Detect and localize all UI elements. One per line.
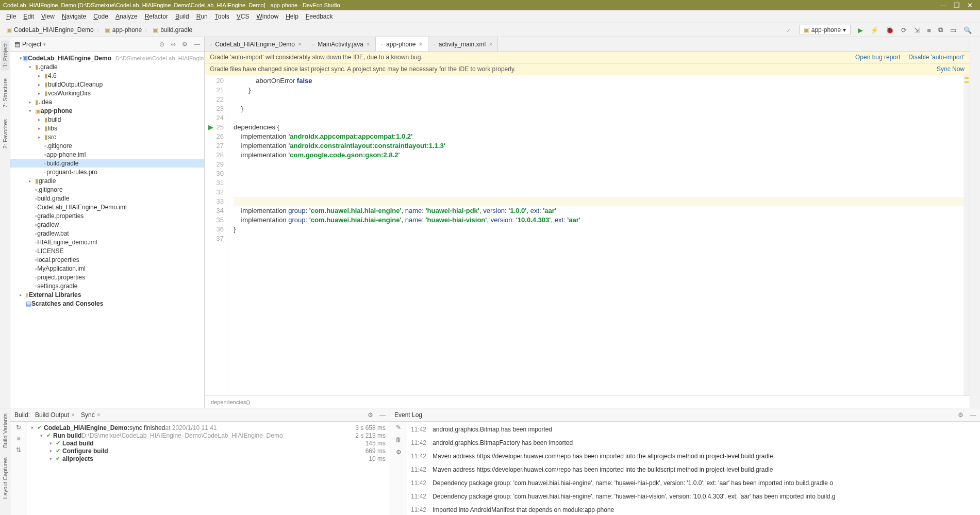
tree-row[interactable]: ▫ gradlew.bat	[10, 229, 204, 238]
stop-icon[interactable]: ■	[16, 435, 20, 442]
editor-crumbbar[interactable]: dependencies()	[205, 395, 970, 408]
menu-window[interactable]: Window	[253, 12, 281, 21]
tree-row[interactable]: ▸ ▮ gradle	[10, 176, 204, 185]
tree-row[interactable]: ▸ ▮ 4.6	[10, 71, 204, 80]
menu-view[interactable]: View	[38, 12, 58, 21]
build-row[interactable]: ▾✔Run build D:\DS\meixue\CodeLab_HIAIEng…	[31, 431, 386, 439]
filter-icon[interactable]: ⇅	[16, 446, 21, 454]
tree-row[interactable]: ▫ LICENSE	[10, 246, 204, 255]
menu-analyze[interactable]: Analyze	[112, 12, 141, 21]
tree-row[interactable]: ▫ MyApplication.iml	[10, 264, 204, 273]
gear-icon[interactable]: ⚙	[182, 41, 188, 48]
maximize-icon[interactable]: ❐	[954, 2, 960, 9]
attach-icon[interactable]: ⇲	[914, 26, 920, 34]
tree-row[interactable]: ▫ settings.gradle	[10, 281, 204, 290]
tree-row[interactable]: ▫ local.properties	[10, 255, 204, 264]
tree-row[interactable]: ▫ build.gradle	[10, 159, 204, 168]
tree-row[interactable]: ▸ ▮ .idea	[10, 97, 204, 106]
tree-row[interactable]: ▫ project.properties	[10, 273, 204, 281]
tree-row[interactable]: ▸ ⫿ External Libraries	[10, 290, 204, 299]
menu-tools[interactable]: Tools	[212, 12, 232, 21]
tool-tab[interactable]: Layout Captures	[1, 455, 9, 501]
tree-row[interactable]: ▫ gradle.properties	[10, 211, 204, 220]
tree-row[interactable]: ▤ Scratches and Consoles	[10, 299, 204, 308]
profile-icon[interactable]: ⟳	[901, 26, 907, 34]
code-area[interactable]: 2021222324▶25262728293031323334353637 ab…	[205, 75, 970, 395]
tree-row[interactable]: ▫ gradlew	[10, 220, 204, 229]
build-row[interactable]: ▾✔allprojects10 ms	[31, 455, 386, 462]
tree-row[interactable]: ▫ app-phone.iml	[10, 150, 204, 159]
event-row[interactable]: 11:42Imported into AndroidManifest that …	[411, 503, 976, 515]
event-row[interactable]: 11:42android.graphics.BitmapFactory has …	[411, 436, 976, 450]
project-view-select[interactable]: ▤ Project ▾	[14, 41, 46, 48]
menu-edit[interactable]: Edit	[20, 12, 37, 21]
collapse-icon[interactable]: ⇔	[171, 41, 176, 48]
menu-feedback[interactable]: Feedback	[303, 12, 336, 21]
tree-row[interactable]: ▸ ▮ build	[10, 115, 204, 124]
editor-tab[interactable]: ▫app-phone×	[376, 37, 428, 51]
minimize-icon[interactable]: —	[940, 2, 946, 9]
gear-icon[interactable]: ⚙	[368, 411, 373, 419]
search-icon[interactable]: 🔍	[964, 26, 972, 34]
tree-row[interactable]: ▾ ▮ .gradle	[10, 62, 204, 71]
tree-row[interactable]: ▫ .gitignore	[10, 141, 204, 150]
locate-icon[interactable]: ⊙	[159, 41, 164, 48]
run-icon[interactable]: ▶	[858, 26, 863, 34]
tree-row[interactable]: ▫ CodeLab_HIAIEngine_Demo.iml	[10, 203, 204, 211]
tree-row[interactable]: ▸ ▮ vcsWorkingDirs	[10, 89, 204, 97]
tool-tab[interactable]: Build Variants	[1, 411, 9, 450]
event-log-list[interactable]: 11:42android.graphics.Bitmap has been im…	[407, 422, 980, 515]
editor-tab[interactable]: ▫CodeLab_HIAIEngine_Demo×	[205, 37, 307, 51]
breadcrumb-item[interactable]: ▣ app-phone	[103, 26, 144, 34]
build-tree[interactable]: ▾✔CodeLab_HIAIEngine_Demo: sync finished…	[27, 422, 390, 515]
close-icon[interactable]: ×	[367, 41, 370, 48]
tree-row[interactable]: ▸ ▮ buildOutputCleanup	[10, 80, 204, 89]
menu-run[interactable]: Run	[193, 12, 211, 21]
magic-wand-icon[interactable]: ⟋	[785, 26, 792, 34]
apply-changes-icon[interactable]: ⚡	[870, 26, 878, 34]
run-config-select[interactable]: ▣ app-phone ▾	[799, 25, 851, 35]
menu-refactor[interactable]: Refactor	[142, 12, 171, 21]
build-row[interactable]: ▾✔Load build145 ms	[31, 439, 386, 447]
avd-icon[interactable]: ▭	[950, 26, 956, 34]
event-row[interactable]: 11:42Maven address https://developer.hua…	[411, 450, 976, 463]
tree-row[interactable]: ▫ proguard-rules.pro	[10, 168, 204, 176]
tree-row[interactable]: ▫ .gitignore	[10, 185, 204, 194]
close-icon[interactable]: ✕	[967, 2, 973, 9]
project-tree[interactable]: ▾ ▣ CodeLab_HIAIEngine_DemoD:\DS\meixue\…	[10, 52, 204, 408]
hide-icon[interactable]: —	[194, 41, 200, 48]
event-row[interactable]: 11:42Dependency package group: 'com.huaw…	[411, 476, 976, 490]
sync-now-link[interactable]: Sync Now	[937, 65, 965, 73]
gear-icon[interactable]: ⚙	[958, 411, 964, 419]
tree-row[interactable]: ▫ build.gradle	[10, 194, 204, 203]
open-bug-report-link[interactable]: Open bug report	[855, 54, 900, 61]
close-icon[interactable]: ×	[489, 41, 492, 48]
gear-icon[interactable]: ⚙	[396, 448, 402, 456]
menu-file[interactable]: File	[3, 12, 19, 21]
breadcrumbs[interactable]: ▣ CodeLab_HIAIEngine_Demo〉▣ app-phone〉▣ …	[4, 26, 194, 34]
event-row[interactable]: 11:42android.graphics.Bitmap has been im…	[411, 423, 976, 436]
debug-icon[interactable]: 🐞	[886, 26, 894, 34]
menu-code[interactable]: Code	[90, 12, 111, 21]
close-icon[interactable]: ×	[419, 41, 422, 48]
tree-row[interactable]: ▾ ▣ app-phone	[10, 106, 204, 115]
tree-row[interactable]: ▫ HIAIEngine_demo.iml	[10, 238, 204, 246]
tree-row[interactable]: ▸ ▮ src	[10, 132, 204, 141]
breadcrumb-item[interactable]: ▣ CodeLab_HIAIEngine_Demo	[4, 26, 96, 34]
build-row[interactable]: ▾✔CodeLab_HIAIEngine_Demo: sync finished…	[31, 424, 386, 431]
close-icon[interactable]: ×	[298, 41, 302, 48]
disable-auto-import-link[interactable]: Disable 'auto-import'	[908, 54, 965, 61]
tool-tab[interactable]: 1: Project	[1, 40, 9, 70]
build-tab[interactable]: Build Output ×	[32, 410, 78, 420]
sync-icon[interactable]: ⧉	[938, 26, 943, 34]
editor-tab[interactable]: ▫activity_main.xml×	[428, 37, 499, 51]
code-text[interactable]: abortOnError false } } dependencies { im…	[227, 75, 970, 395]
editor-tab[interactable]: ▫MainActivity.java×	[307, 37, 376, 51]
trash-icon[interactable]: 🗑	[395, 436, 402, 443]
error-stripe[interactable]	[964, 75, 970, 395]
menu-navigate[interactable]: Navigate	[59, 12, 89, 21]
edit-icon[interactable]: ✎	[396, 424, 401, 431]
restart-icon[interactable]: ↻	[16, 424, 21, 431]
build-tab[interactable]: Sync ×	[78, 410, 104, 420]
menu-build[interactable]: Build	[172, 12, 192, 21]
